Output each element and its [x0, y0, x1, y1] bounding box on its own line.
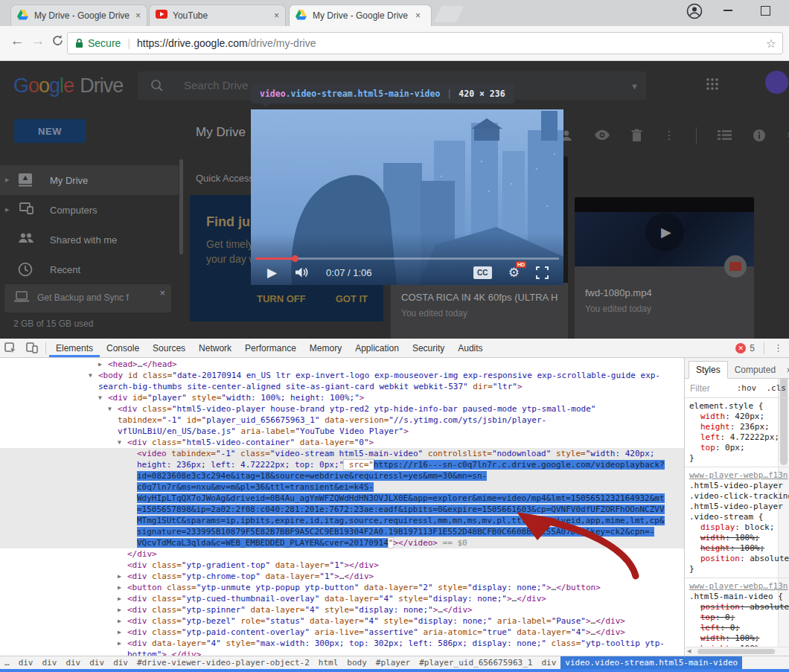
back-button[interactable]: ←	[7, 33, 27, 49]
dom-tree-line[interactable]: ▼<div class="html5-video-container" data…	[0, 437, 684, 448]
devtools-menu-kebab-icon[interactable]: ⋮	[773, 342, 783, 353]
profile-avatar-icon[interactable]	[686, 3, 703, 19]
sidebar-item-recent[interactable]: Recent	[0, 255, 179, 284]
devtools-tab-application[interactable]: Application	[348, 339, 406, 357]
dom-tree-line[interactable]: ▼<div id="player" style="width: 100%; he…	[0, 392, 684, 403]
breadcrumb-item[interactable]: div	[109, 656, 132, 669]
breadcrumb-item[interactable]: div	[14, 656, 38, 669]
sidebar-scrollbar[interactable]	[179, 159, 183, 255]
sidebar-more-tabs-icon[interactable]: »	[782, 362, 789, 378]
drive-logo[interactable]: GoogleDrive	[13, 74, 123, 97]
tab-title: YouTube	[173, 10, 268, 21]
breadcrumb-item[interactable]: div	[537, 656, 560, 669]
fullscreen-icon[interactable]	[536, 266, 549, 279]
forward-button[interactable]: →	[28, 33, 48, 49]
browser-tab[interactable]: My Drive - Google Drive×	[289, 4, 432, 26]
tab-close-icon[interactable]: ×	[415, 11, 421, 20]
breadcrumb-item[interactable]: div	[61, 656, 85, 669]
file-title: COSTA RICA IN 4K 60fps (ULTRA H	[401, 292, 558, 303]
styles-tab-computed[interactable]: Computed	[728, 362, 782, 378]
stylesheet-link[interactable]: www-player-webp…f13n	[689, 470, 788, 481]
breadcrumb-item[interactable]: video.video-stream.html5-main-video	[560, 656, 742, 669]
reload-button[interactable]	[48, 33, 67, 48]
inspect-element-icon[interactable]	[4, 342, 17, 354]
devtools-tab-memory[interactable]: Memory	[303, 339, 348, 357]
drive-account-avatar[interactable]	[765, 71, 788, 94]
tab-close-icon[interactable]: ×	[274, 11, 279, 20]
dom-tree-line[interactable]: ▼<body id class="date-20170914 en_US ltr…	[0, 370, 684, 392]
breadcrumb-item[interactable]: …	[0, 656, 14, 669]
promo-got-it-button[interactable]: GOT IT	[336, 293, 368, 304]
dom-tree-line[interactable]: ▶<button class="ytp-unmute ytp-popup ytp…	[0, 582, 684, 593]
address-bar[interactable]: Secure | https://drive.google.com/drive/…	[67, 32, 783, 54]
tab-close-icon[interactable]: ×	[135, 11, 141, 20]
error-badge-icon[interactable]: ✕	[735, 343, 746, 353]
devtools-tab-performance[interactable]: Performance	[238, 339, 303, 357]
closed-captions-button[interactable]: CC	[473, 266, 492, 279]
sidebar-item-my-drive[interactable]: ▶My Drive	[0, 165, 179, 195]
dom-tree-line[interactable]: ▶<div class="ytp-spinner" data-layer="4"…	[0, 604, 684, 615]
devtools-tab-security[interactable]: Security	[406, 339, 451, 357]
dom-tree-line[interactable]: </div>	[0, 548, 684, 560]
browser-tab[interactable]: My Drive - Google Drive×	[10, 4, 147, 26]
hov-toggle[interactable]: :hov	[737, 383, 757, 393]
devtools-tab-elements[interactable]: Elements	[49, 339, 100, 357]
devtools-tab-sources[interactable]: Sources	[146, 339, 192, 357]
dom-tree-line[interactable]: ▶<head>…</head>	[0, 359, 684, 370]
minimize-button[interactable]	[723, 10, 732, 11]
promo-turn-off-button[interactable]: TURN OFF	[257, 293, 306, 304]
dom-tree-line[interactable]: ▼<div class="html5-video-player house-br…	[0, 403, 684, 437]
info-icon[interactable]	[753, 129, 766, 142]
sidebar-item-computers[interactable]: ▶Computers	[0, 195, 179, 225]
cls-toggle[interactable]: .cls	[767, 383, 787, 393]
breadcrumb-item[interactable]: div	[85, 656, 109, 669]
volume-icon[interactable]	[295, 266, 310, 278]
expander-icon[interactable]: ▶	[5, 207, 13, 213]
browser-tab[interactable]: YouTube×	[149, 4, 286, 26]
dom-tree-line[interactable]: ▶<div data-layer="4" style="max-width: 3…	[0, 638, 684, 656]
css-rule[interactable]: element.style {width: 420px;height: 236p…	[685, 398, 789, 467]
breadcrumb-item[interactable]: #player	[371, 656, 415, 669]
devtools-tab-network[interactable]: Network	[192, 339, 238, 357]
dom-tree-line[interactable]: ▶<div class="ytp-paid-content-overlay" a…	[0, 627, 684, 638]
styles-horizontal-scrollbar[interactable]: ◀	[686, 647, 789, 656]
dom-tree-line[interactable]: <div class="ytp-gradient-top" data-layer…	[0, 560, 684, 571]
bookmark-star-icon[interactable]: ☆	[766, 36, 776, 51]
list-view-icon[interactable]	[718, 129, 732, 141]
breadcrumb-item[interactable]: body	[342, 656, 371, 669]
dom-tree-line[interactable]: <video tabindex="-1" class="video-stream…	[0, 448, 684, 548]
play-button-icon[interactable]: ▶	[645, 213, 684, 252]
dom-tree-line[interactable]: ▶<div class="ytp-cued-thumbnail-overlay"…	[0, 593, 684, 604]
search-options-caret-icon[interactable]: ▼	[630, 82, 639, 91]
styles-tab-styles[interactable]: Styles	[689, 361, 728, 379]
more-actions-kebab-icon[interactable]: ⋮	[663, 128, 675, 142]
file-card-fwd-1080p[interactable]: ▶ fwd-1080p.mp4 You edited today	[575, 197, 754, 339]
expander-icon[interactable]: ▶	[5, 177, 13, 183]
video-player[interactable]: ▶ 0:07 / 1:06 CC ⚙HD	[251, 109, 563, 285]
new-button[interactable]: NEW	[14, 119, 86, 143]
dom-tree-line[interactable]: ▶<div class="ytp-bezel" role="status" da…	[0, 615, 684, 627]
close-icon[interactable]: ×	[159, 287, 165, 298]
styles-filter-input[interactable]: Filter	[690, 383, 710, 394]
new-tab-button[interactable]	[434, 6, 464, 22]
bottom-accent-bar	[0, 669, 789, 672]
trash-icon[interactable]	[631, 129, 642, 142]
sidebar-item-shared-with-me[interactable]: Shared with me	[0, 225, 179, 255]
breadcrumb-item[interactable]: html	[314, 656, 343, 669]
play-button-icon[interactable]: ▶	[267, 265, 277, 281]
breadcrumb-item[interactable]: div	[38, 656, 62, 669]
stylesheet-link[interactable]: www-player-webp…f13n	[689, 581, 788, 592]
video-settings-gear-icon[interactable]: ⚙HD	[508, 265, 520, 281]
preview-eye-icon[interactable]	[594, 129, 610, 141]
secure-chip[interactable]: Secure	[75, 37, 121, 49]
devtools-tab-console[interactable]: Console	[100, 339, 146, 357]
device-toolbar-icon[interactable]	[26, 342, 38, 353]
apps-grid-icon[interactable]	[706, 77, 719, 91]
maximize-button[interactable]	[761, 6, 770, 16]
css-rule[interactable]: www-player-webp…f13n.html5-video-player.…	[685, 467, 789, 578]
breadcrumb-item[interactable]: #player_uid_656675963_1	[415, 656, 537, 669]
breadcrumb-item[interactable]: #drive-viewer-video-player-object-2	[132, 656, 314, 669]
devtools-tab-audits[interactable]: Audits	[451, 339, 489, 357]
css-rule[interactable]: www-player-webp…f13n.html5-main-video {p…	[685, 578, 789, 656]
dom-tree-line[interactable]: ▶<div class="ytp-chrome-top" data-layer=…	[0, 571, 684, 582]
